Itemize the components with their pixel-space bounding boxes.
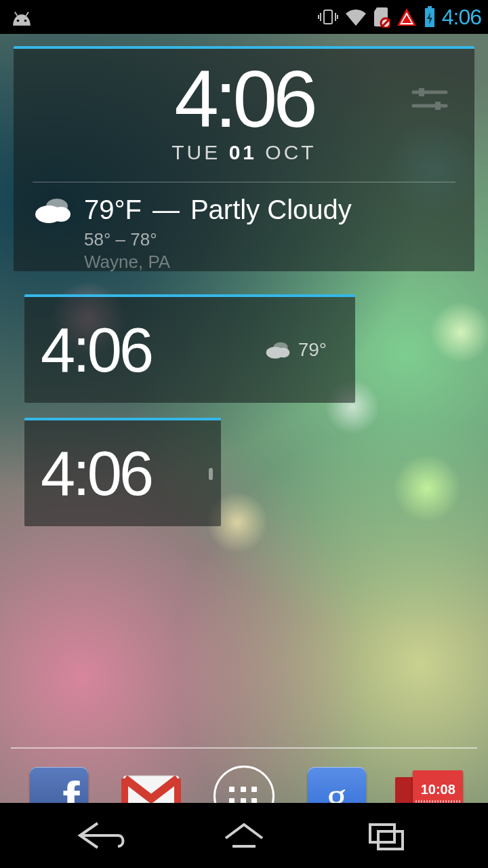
home-screen[interactable]: 4:06 TUE 01 OCT 79°F — Partly Cloudy [0,34,488,803]
clock-weather-widget-medium[interactable]: 4:06 79° [24,294,355,403]
warning-icon [396,7,418,27]
svg-rect-12 [435,102,441,110]
partly-cloudy-icon [264,340,291,360]
svg-rect-4 [324,10,332,24]
svg-rect-20 [370,825,394,842]
weather-range: 58° – 78° [84,229,455,250]
back-button[interactable] [61,815,142,856]
widget-large-time: 4:06 [174,53,314,145]
sd-blocked-icon [373,6,390,28]
svg-point-0 [17,20,20,22]
battery-charging-icon [423,5,436,28]
svg-rect-21 [378,831,403,849]
svg-point-1 [24,20,27,22]
svg-line-3 [26,12,28,16]
clock-weather-widget-large[interactable]: 4:06 TUE 01 OCT 79°F — Partly Cloudy [14,46,474,271]
partly-cloudy-icon [33,195,73,225]
status-bar: 4:06 [0,0,488,34]
dock-divider [11,747,477,749]
status-clock: 4:06 [442,5,481,30]
svg-line-2 [15,12,18,16]
resize-handle-icon [209,468,213,480]
recents-button[interactable] [346,815,427,856]
navigation-bar [0,803,488,868]
android-notification-icon [7,7,37,27]
widget-large-weather[interactable]: 79°F — Partly Cloudy [33,195,455,225]
widget-small-time: 4:06 [41,438,151,509]
wifi-icon [344,7,367,27]
clock-widget-small[interactable]: 4:06 [24,418,221,526]
status-right: 4:06 [317,5,481,30]
vibrate-icon [317,6,339,28]
svg-point-15 [52,207,70,222]
status-left [7,7,37,27]
svg-rect-10 [419,88,424,96]
widget-medium-weather: 79° [264,339,327,361]
widget-divider [33,182,455,182]
widget-medium-temp: 79° [298,339,327,361]
equalizer-settings-icon[interactable] [411,84,449,117]
home-button[interactable] [203,815,285,856]
widget-medium-time: 4:06 [41,315,151,386]
weather-temp: 79°F [84,195,142,225]
weather-desc: Partly Cloudy [190,195,352,225]
svg-rect-8 [428,6,432,8]
weather-sep: — [152,195,180,225]
weather-location: Wayne, PA [84,252,455,271]
svg-point-18 [277,348,289,358]
